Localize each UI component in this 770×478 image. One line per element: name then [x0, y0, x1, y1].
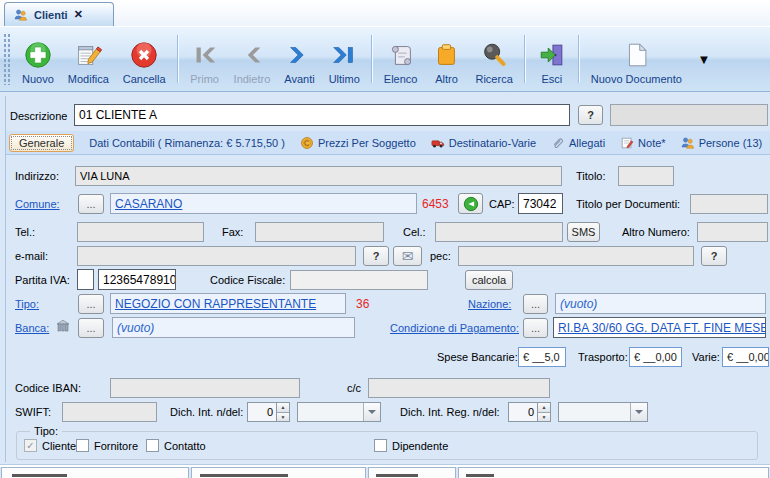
tab-generale[interactable]: Generale — [9, 134, 74, 152]
avanti-button[interactable]: Avanti — [277, 38, 321, 87]
stepper-buttons[interactable]: ▲ ▼ — [276, 403, 289, 421]
cliente-checkbox[interactable]: ✓ — [24, 439, 37, 452]
dich-int-reg-label: Dich. Int. Reg. n/del: — [400, 406, 500, 418]
altro-numero-field[interactable] — [697, 222, 768, 242]
codice-fiscale-label: Codice Fiscale: — [210, 274, 285, 286]
dich-int-date-dropdown[interactable] — [297, 402, 381, 422]
banca-link[interactable]: Banca: — [15, 322, 49, 334]
tab-destinatario-varie[interactable]: Destinatario-Varie — [431, 136, 536, 150]
close-icon[interactable]: ✕ — [74, 8, 83, 21]
primo-button[interactable]: Primo — [183, 38, 227, 87]
toolbar-overflow-button[interactable]: ▼ — [689, 31, 719, 87]
calcola-button[interactable]: calcola — [465, 270, 513, 290]
dich-int-reg-stepper[interactable]: 0 ▲ ▼ — [508, 402, 551, 422]
comune-go-button[interactable] — [458, 193, 483, 214]
nuovo-documento-button[interactable]: Nuovo Documento — [584, 38, 689, 87]
pec-field[interactable] — [458, 246, 694, 266]
banca-browse-button[interactable]: ... — [78, 318, 104, 338]
tab-clienti[interactable]: Clienti ✕ — [4, 2, 114, 26]
panel-left-border — [5, 96, 6, 462]
tipo-browse-button[interactable]: ... — [78, 294, 104, 314]
banca-field[interactable]: (vuoto) — [112, 317, 355, 338]
modifica-button[interactable]: Modifica — [61, 38, 116, 87]
send-email-button[interactable]: ✉ — [393, 246, 422, 266]
fax-label: Fax: — [222, 226, 243, 238]
condizione-pagamento-field[interactable]: RI.BA 30/60 GG. DATA FT. FINE MESE — [553, 317, 766, 338]
cel-field[interactable] — [435, 222, 563, 242]
ricerca-button[interactable]: Ricerca — [468, 38, 519, 87]
dipendente-checkbox[interactable] — [374, 439, 387, 452]
cc-field[interactable] — [368, 378, 550, 398]
email-help-button[interactable]: ? — [363, 246, 389, 266]
comune-link[interactable]: Comune: — [15, 198, 60, 210]
tab-note[interactable]: Note* — [620, 136, 666, 150]
spinner-up-icon[interactable]: ▲ — [277, 403, 289, 413]
comune-field[interactable]: CASARANO — [110, 193, 417, 214]
tab-note-label: Note* — [638, 137, 666, 149]
search-icon — [479, 40, 509, 70]
tab-destinatario-label: Destinatario-Varie — [449, 137, 536, 149]
nazione-link[interactable]: Nazione: — [468, 298, 511, 310]
codice-fiscale-field[interactable] — [290, 270, 428, 290]
comune-browse-button[interactable]: ... — [78, 194, 104, 214]
partita-iva-field[interactable]: 12365478910 — [98, 269, 176, 290]
ultimo-button[interactable]: Ultimo — [322, 38, 367, 87]
cel-label: Cel.: — [403, 226, 426, 238]
tab-persone[interactable]: Persone (13) — [681, 136, 763, 150]
dich-int-value[interactable]: 0 — [248, 403, 276, 421]
toolbar-grip-handle[interactable] — [3, 33, 10, 85]
tipo-link[interactable]: Tipo: — [15, 298, 39, 310]
titolo-field[interactable] — [618, 166, 674, 186]
indirizzo-field[interactable]: VIA LUNA — [75, 166, 562, 186]
varie-field[interactable]: € __0,00 — [722, 347, 769, 367]
trasporto-field[interactable]: € __0,00 — [629, 347, 682, 367]
nazione-field[interactable]: (vuoto) — [555, 293, 766, 314]
dich-int-stepper[interactable]: 0 ▲ ▼ — [247, 402, 290, 422]
dropdown-button[interactable] — [363, 403, 380, 421]
fax-field[interactable] — [255, 222, 384, 242]
dich-int-label: Dich. Int. n/del: — [170, 406, 243, 418]
cap-field[interactable]: 73042 — [518, 193, 563, 214]
sms-button[interactable]: SMS — [567, 222, 600, 242]
tab-dati-contabili[interactable]: Dati Contabili ( Rimanenza: € 5.715,50 ) — [89, 137, 285, 149]
chevron-down-icon — [635, 410, 643, 418]
email-field[interactable] — [77, 246, 356, 266]
condizione-pagamento-link[interactable]: Condizione di Pagamento: — [390, 322, 519, 334]
header-secondary-field[interactable] — [610, 104, 768, 126]
tel-field[interactable] — [77, 222, 204, 242]
descrizione-input[interactable]: 01 CLIENTE A — [74, 104, 570, 126]
contatto-checkbox-label: Contatto — [164, 440, 206, 452]
codice-iban-field[interactable] — [110, 378, 300, 398]
esci-button[interactable]: Esci — [530, 38, 574, 87]
stepper-buttons[interactable]: ▲ ▼ — [537, 403, 550, 421]
condizione-pagamento-browse-button[interactable]: ... — [523, 318, 548, 338]
fornitore-checkbox[interactable] — [76, 439, 89, 452]
spinner-down-icon[interactable]: ▼ — [538, 413, 550, 422]
contatto-checkbox[interactable] — [146, 439, 159, 452]
nuovo-button[interactable]: Nuovo — [15, 38, 61, 87]
trasporto-label: Trasporto: — [578, 351, 628, 363]
descrizione-help-button[interactable]: ? — [578, 105, 603, 125]
footer-clipped-text — [12, 474, 67, 477]
swift-field[interactable] — [62, 402, 157, 422]
ultimo-label: Ultimo — [329, 73, 360, 85]
tab-allegati[interactable]: Allegati — [551, 136, 605, 150]
cancella-button[interactable]: Cancella — [116, 38, 173, 87]
tab-dati-contabili-label: Dati Contabili ( Rimanenza: € 5.715,50 ) — [89, 137, 285, 149]
dich-int-reg-value[interactable]: 0 — [509, 403, 537, 421]
tab-prezzi-per-soggetto[interactable]: Prezzi Per Soggetto — [300, 136, 416, 150]
nazione-browse-button[interactable]: ... — [523, 294, 548, 314]
dich-int-reg-date-dropdown[interactable] — [558, 402, 648, 422]
indietro-button[interactable]: Indietro — [227, 38, 278, 87]
pec-help-button[interactable]: ? — [701, 246, 727, 266]
partita-iva-prefix-field[interactable] — [77, 269, 94, 290]
spese-bancarie-field[interactable]: € __5,0 — [518, 347, 566, 367]
dropdown-button[interactable] — [630, 403, 647, 421]
toolbar-separator — [524, 35, 526, 83]
altro-button[interactable]: Altro — [424, 38, 468, 87]
titolo-documenti-field[interactable] — [690, 194, 768, 214]
spinner-up-icon[interactable]: ▲ — [538, 403, 550, 413]
spinner-down-icon[interactable]: ▼ — [277, 413, 289, 422]
elenco-button[interactable]: Elenco — [377, 38, 425, 87]
tipo-field[interactable]: NEGOZIO CON RAPPRESENTANTE — [110, 293, 346, 314]
